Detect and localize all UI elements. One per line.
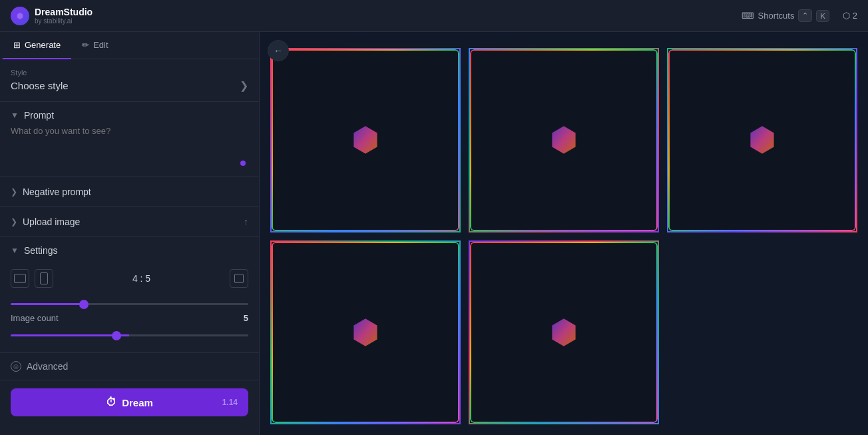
images-grid	[270, 48, 857, 424]
style-value: Choose style	[11, 80, 69, 91]
back-button[interactable]: ←	[268, 40, 289, 61]
svg-marker-2	[353, 126, 377, 154]
style-label: Style	[11, 69, 248, 77]
keyboard-icon: ⌨	[742, 11, 754, 21]
logo-sub: by stability.ai	[35, 17, 93, 25]
canvas: ←	[260, 32, 868, 435]
aspect-icons	[11, 269, 53, 288]
advanced-row[interactable]: ◎ Advanced	[0, 353, 259, 380]
settings-body: 4 : 5 Image count 5	[0, 264, 259, 352]
prompt-indicator	[240, 161, 246, 166]
placeholder-hex-2	[548, 124, 580, 156]
logo-section: DreamStudio by stability.ai	[11, 7, 93, 25]
dream-label: Dream	[122, 397, 153, 408]
placeholder-hex-4	[349, 316, 381, 348]
aspect-ratio-row: 4 : 5	[11, 269, 248, 288]
svg-marker-3	[552, 126, 575, 154]
dream-cost: 1.14	[222, 398, 238, 407]
svg-marker-5	[353, 318, 377, 346]
image-card-4[interactable]	[270, 240, 461, 425]
image-card-2[interactable]	[469, 48, 659, 232]
prompt-label: Prompt	[24, 110, 54, 121]
chevron-right-icon: ❯	[11, 217, 17, 226]
prompt-input[interactable]	[11, 126, 248, 166]
advanced-icon: ◎	[11, 361, 21, 372]
chevron-down-icon: ▼	[11, 111, 19, 120]
prompt-section: ▼ Prompt	[0, 102, 259, 177]
chevron-down-icon: ▼	[11, 246, 19, 255]
image-card-1[interactable]	[270, 48, 461, 232]
credits-button[interactable]: ⬡ 2	[843, 11, 857, 21]
advanced-label: Advanced	[27, 361, 68, 372]
image-count-row: Image count 5	[11, 313, 248, 323]
logo-text: DreamStudio by stability.ai	[35, 7, 93, 25]
logo-icon	[11, 7, 29, 25]
style-section: Style Choose style ❯	[0, 59, 259, 102]
landscape-aspect-icon[interactable]	[11, 269, 29, 288]
chevron-right-icon: ❯	[240, 79, 248, 92]
placeholder-hex-3	[746, 124, 778, 156]
tab-edit[interactable]: ✏ Edit	[71, 32, 118, 59]
grid-icon: ⊞	[13, 40, 21, 50]
aspect-ratio-slider[interactable]	[11, 303, 248, 305]
tab-generate[interactable]: ⊞ Generate	[3, 32, 71, 59]
placeholder-hex-1	[349, 124, 381, 156]
kbd2: K	[816, 10, 829, 22]
settings-label: Settings	[24, 245, 58, 256]
svg-marker-6	[552, 318, 575, 346]
shortcuts-button[interactable]: ⌨ Shortcuts ⌃ K	[736, 7, 835, 25]
shortcuts-label: Shortcuts	[758, 11, 795, 21]
aspect-ratio-value: 4 : 5	[132, 273, 150, 284]
portrait-shape	[40, 272, 48, 284]
credits-icon: ⬡	[843, 11, 850, 21]
landscape-shape	[14, 274, 26, 283]
sidebar: ⊞ Generate ✏ Edit Style Choose style ❯ ▼…	[0, 32, 260, 435]
prompt-header[interactable]: ▼ Prompt	[0, 102, 259, 126]
edit-icon: ✏	[82, 40, 89, 50]
dream-button[interactable]: ⏱ Dream 1.14	[11, 388, 248, 416]
upload-icon: ↑	[244, 217, 248, 227]
credits-value: 2	[853, 11, 857, 21]
image-card-5[interactable]	[469, 240, 659, 425]
chevron-right-icon: ❯	[11, 187, 17, 197]
negative-prompt-row[interactable]: ❯ Negative prompt	[0, 177, 259, 207]
negative-prompt-label: Negative prompt	[23, 187, 91, 197]
square-aspect-icon[interactable]	[230, 269, 248, 288]
upload-image-row[interactable]: ❯ Upload image ↑	[0, 207, 259, 237]
portrait-aspect-icon[interactable]	[35, 269, 53, 288]
back-icon: ←	[274, 45, 283, 56]
square-shape	[234, 274, 244, 283]
upload-image-label: Upload image	[23, 217, 80, 227]
logo-title: DreamStudio	[35, 7, 93, 17]
settings-header[interactable]: ▼ Settings	[0, 237, 259, 264]
settings-section: ▼ Settings 4 : 5	[0, 237, 259, 353]
image-count-value: 5	[244, 313, 248, 323]
dream-clock-icon: ⏱	[106, 396, 116, 408]
kbd1: ⌃	[798, 9, 812, 22]
topbar-right: ⌨ Shortcuts ⌃ K ⬡ 2	[736, 7, 858, 25]
placeholder-hex-5	[548, 316, 580, 348]
aspect-slider-container	[11, 296, 248, 308]
image-count-slider[interactable]	[11, 334, 248, 336]
topbar: DreamStudio by stability.ai ⌨ Shortcuts …	[0, 0, 868, 32]
svg-marker-4	[750, 126, 773, 154]
image-card-3[interactable]	[667, 48, 857, 232]
image-count-label: Image count	[11, 313, 59, 323]
tab-bar: ⊞ Generate ✏ Edit	[0, 32, 259, 59]
prompt-body	[0, 126, 259, 177]
style-chooser[interactable]: Choose style ❯	[11, 79, 248, 92]
main-layout: ⊞ Generate ✏ Edit Style Choose style ❯ ▼…	[0, 32, 868, 435]
image-count-slider-container	[11, 327, 248, 339]
